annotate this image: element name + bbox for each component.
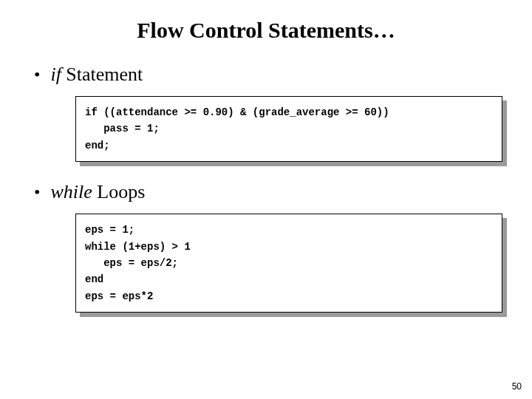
code-line: eps = eps*2: [85, 288, 493, 304]
bullet-icon: •: [34, 183, 40, 201]
code-line: eps = 1;: [85, 222, 493, 238]
code-line: while (1+eps) > 1: [85, 239, 493, 255]
section-label-while-rest: Loops: [92, 181, 146, 202]
section-label-while: while Loops: [50, 181, 145, 203]
code-line: eps = eps/2;: [85, 255, 493, 271]
code-line: end;: [85, 137, 493, 154]
slide-title: Flow Control Statements…: [30, 18, 502, 43]
section-label-if-italic: if: [50, 64, 61, 85]
section-if: • if Statement if ((attendance >= 0.90) …: [30, 64, 502, 162]
bullet-row-while: • while Loops: [34, 181, 502, 203]
section-label-if: if Statement: [50, 64, 143, 86]
bullet-row-if: • if Statement: [34, 64, 502, 86]
section-while: • while Loops eps = 1; while (1+eps) > 1…: [30, 181, 502, 313]
section-label-if-rest: Statement: [61, 64, 143, 85]
bullet-icon: •: [34, 66, 40, 83]
code-line: pass = 1;: [85, 120, 493, 137]
codebox-while: eps = 1; while (1+eps) > 1 eps = eps/2; …: [75, 214, 502, 313]
page-number: 50: [512, 381, 522, 392]
codebox-wrap-if: if ((attendance >= 0.90) & (grade_averag…: [75, 96, 502, 162]
code-line: end: [85, 271, 493, 287]
section-label-while-italic: while: [50, 181, 92, 202]
codebox-if: if ((attendance >= 0.90) & (grade_averag…: [75, 96, 502, 162]
code-line: if ((attendance >= 0.90) & (grade_averag…: [85, 104, 493, 120]
codebox-wrap-while: eps = 1; while (1+eps) > 1 eps = eps/2; …: [75, 214, 502, 313]
